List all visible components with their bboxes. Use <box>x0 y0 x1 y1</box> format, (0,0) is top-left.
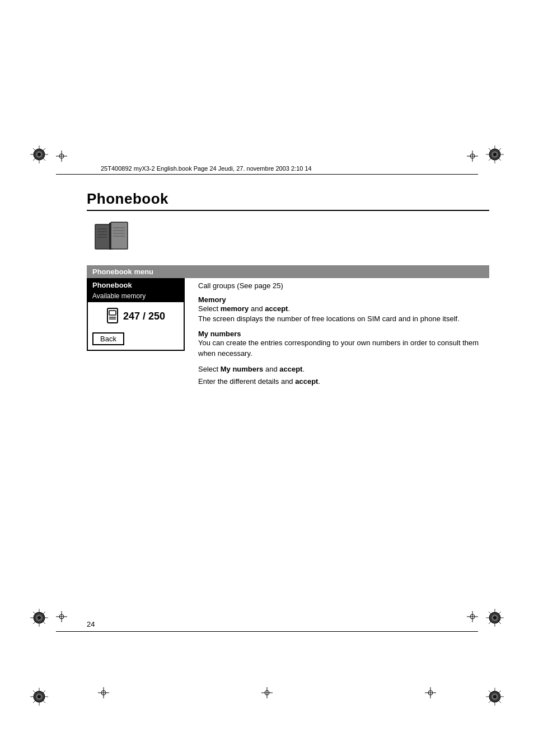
memory-section: Memory Select memory and accept. The scr… <box>198 295 489 324</box>
footer-rule <box>56 631 478 632</box>
svg-point-59 <box>38 616 41 619</box>
svg-line-11 <box>43 158 45 161</box>
corner-mark-bottom-left <box>29 608 49 630</box>
corner-mark-bottom-right <box>485 608 505 630</box>
reg-mark-top-left <box>56 151 67 163</box>
page: 25T400892 myX3-2 English.book Page 24 Je… <box>0 0 534 756</box>
svg-line-96 <box>499 701 501 703</box>
screen-back-row: Back <box>88 330 184 349</box>
screen-available-memory-label: Available memory <box>88 291 184 302</box>
screen-back-button: Back <box>92 332 124 345</box>
reg-mark-bottom-left <box>56 611 67 624</box>
menu-section-header: Phonebook menu <box>87 265 489 278</box>
sim-card-icon <box>106 308 119 325</box>
svg-line-53 <box>33 612 35 614</box>
call-groups-text: Call groups (See page 25) <box>198 281 283 290</box>
svg-line-67 <box>489 622 491 624</box>
call-groups-line: Call groups (See page 25) <box>198 281 489 290</box>
svg-point-70 <box>493 616 496 619</box>
my-numbers-section: My numbers You can create the entries co… <box>198 330 489 358</box>
footer-cross-center <box>261 687 273 700</box>
svg-line-65 <box>499 622 501 624</box>
description-column: Call groups (See page 25) Memory Select … <box>198 278 489 387</box>
reg-mark-top-right <box>467 151 478 163</box>
phone-screen-display: Phonebook Available memory 247 / 250 <box>87 278 185 351</box>
svg-line-85 <box>43 701 45 703</box>
header-book-info: 25T400892 myX3-2 English.book Page 24 Je… <box>101 165 312 172</box>
page-number: 24 <box>87 620 95 628</box>
svg-line-55 <box>43 612 45 614</box>
my-numbers-text1: You can create the entries corresponding… <box>198 338 489 358</box>
title-underline <box>87 210 489 211</box>
svg-line-84 <box>33 691 35 693</box>
svg-line-98 <box>489 701 491 703</box>
svg-point-101 <box>493 695 496 698</box>
footer-cross-right <box>425 687 436 700</box>
svg-line-54 <box>43 622 45 624</box>
svg-rect-30 <box>111 222 128 249</box>
svg-line-13 <box>33 158 35 161</box>
phonebook-illustration <box>92 220 489 255</box>
memory-text1: Select memory and accept. <box>198 304 489 314</box>
memory-numbers: 247 / 250 <box>123 311 165 322</box>
screen-memory-row: 247 / 250 <box>88 302 184 330</box>
footer-cross-left <box>98 687 109 700</box>
screen-phonebook-label: Phonebook <box>88 279 184 291</box>
footer-circle-right <box>485 687 505 708</box>
svg-rect-40 <box>109 311 116 315</box>
page-title: Phonebook <box>87 190 489 208</box>
svg-line-87 <box>33 701 35 703</box>
svg-line-21 <box>489 148 491 151</box>
svg-line-86 <box>43 691 45 693</box>
svg-line-95 <box>489 691 491 693</box>
svg-line-64 <box>489 612 491 614</box>
svg-line-10 <box>33 148 35 151</box>
header-rule <box>56 174 478 175</box>
svg-line-12 <box>43 148 45 151</box>
my-numbers-title: My numbers <box>198 330 489 338</box>
svg-point-16 <box>38 153 41 156</box>
my-numbers-enter-text: Enter the different details and accept. <box>198 377 489 387</box>
svg-line-97 <box>499 691 501 693</box>
svg-line-23 <box>499 148 501 151</box>
corner-mark-top-right <box>485 144 505 166</box>
memory-title: Memory <box>198 295 489 304</box>
main-content: Phonebook <box>87 190 489 387</box>
my-numbers-select-text: Select My numbers and accept. <box>198 364 489 374</box>
footer-circle-left <box>29 687 49 708</box>
corner-mark-top-left <box>29 144 49 166</box>
svg-line-56 <box>33 622 35 624</box>
menu-content-area: Phonebook Available memory 247 / 250 <box>87 278 489 387</box>
svg-line-24 <box>489 158 491 161</box>
svg-line-22 <box>499 158 501 161</box>
reg-mark-bottom-right <box>467 611 478 624</box>
memory-text2: The screen displays the number of free l… <box>198 314 489 324</box>
svg-point-90 <box>38 695 41 698</box>
svg-line-66 <box>499 612 501 614</box>
svg-rect-28 <box>95 224 111 249</box>
svg-point-27 <box>493 153 496 156</box>
phonebook-menu-section: Phonebook menu Phonebook Available memor… <box>87 265 489 387</box>
